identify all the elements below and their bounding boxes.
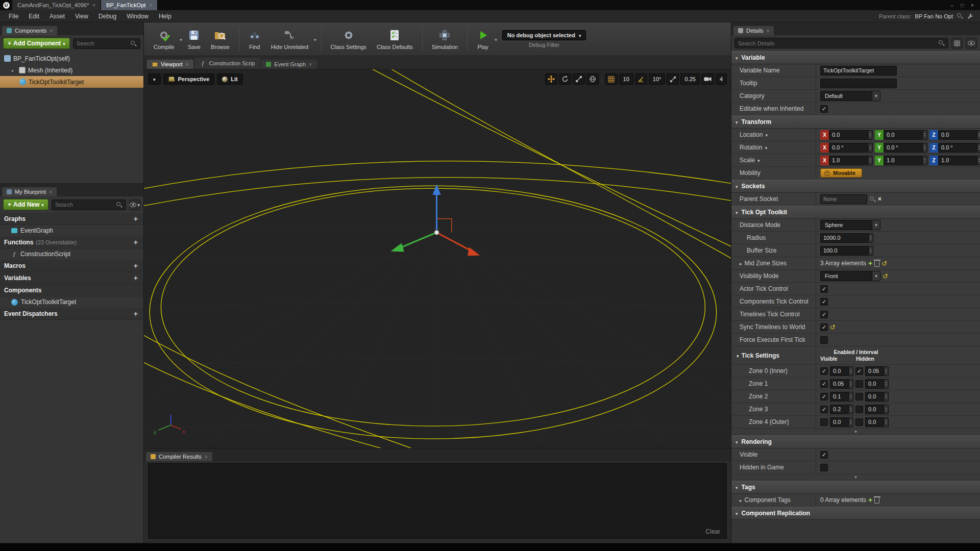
scale-z-field[interactable]: 1.0 xyxy=(938,156,977,165)
section-tags[interactable]: Tags xyxy=(731,481,980,494)
zone-3-hidden-interval[interactable]: 0.0 xyxy=(865,405,884,414)
close-icon[interactable] xyxy=(309,62,312,67)
spinner[interactable] xyxy=(977,143,980,153)
menu-window[interactable]: Window xyxy=(122,11,153,21)
tree-row-mesh[interactable]: Mesh (Inherited) xyxy=(0,64,143,76)
zone-3-visible-checkbox[interactable] xyxy=(820,406,828,413)
expander-icon[interactable] xyxy=(740,496,742,504)
tree-row-self[interactable]: BP_FanTickOpt(self) xyxy=(0,53,143,64)
rotate-tool-button[interactable] xyxy=(559,73,571,85)
camera-speed-value[interactable]: 4 xyxy=(716,73,727,85)
functions-header[interactable]: Functions (23 Overridable) xyxy=(0,236,143,248)
eventgraph-item[interactable]: EventGraph xyxy=(0,225,143,236)
components-section-header[interactable]: Components xyxy=(0,284,143,296)
tab-viewport[interactable]: Viewport xyxy=(147,60,193,69)
close-icon[interactable] xyxy=(186,62,189,67)
add-component-button[interactable]: Add Component xyxy=(3,38,70,49)
class-settings-button[interactable]: Class Settings xyxy=(326,26,371,52)
zone-4-visible-checkbox[interactable] xyxy=(820,418,828,426)
class-defaults-button[interactable]: Class Defaults xyxy=(372,26,418,52)
debug-object-dropdown[interactable]: No debug object selected xyxy=(502,30,586,40)
browse-button[interactable]: Browse xyxy=(206,26,234,52)
advanced-expander[interactable] xyxy=(731,429,980,435)
spinner[interactable] xyxy=(977,130,980,140)
tab-my-blueprint[interactable]: My Blueprint xyxy=(2,187,57,196)
rotation-y-field[interactable]: 0.0 ° xyxy=(884,143,922,153)
zone-2-visible-interval[interactable]: 0.1 xyxy=(830,392,848,402)
grid-snap-value[interactable]: 10 xyxy=(619,73,633,85)
add-macro-button[interactable] xyxy=(131,262,140,270)
world-space-button[interactable] xyxy=(586,73,599,85)
close-icon[interactable] xyxy=(49,189,52,195)
add-element-icon[interactable] xyxy=(868,260,872,267)
section-tick-opt-toolkit[interactable]: Tick Opt Toolkit xyxy=(731,206,980,219)
viewport-canvas[interactable]: x y xyxy=(144,69,731,448)
buffer-size-field[interactable]: 100.0 xyxy=(820,246,868,256)
compile-button[interactable]: Compile xyxy=(149,26,179,52)
hide-unrelated-dropdown[interactable] xyxy=(314,36,316,43)
menu-edit[interactable]: Edit xyxy=(24,11,44,21)
add-function-button[interactable] xyxy=(131,238,140,246)
search-icon[interactable] xyxy=(957,13,963,19)
spinner[interactable] xyxy=(922,156,927,165)
display-filter-button[interactable] xyxy=(966,38,977,48)
zone-0-hidden-interval[interactable]: 0.05 xyxy=(865,366,884,376)
radius-field[interactable]: 1000.0 xyxy=(820,233,868,243)
reset-icon[interactable] xyxy=(830,324,836,331)
property-matrix-button[interactable] xyxy=(951,38,963,48)
mobility-movable-button[interactable]: Movable xyxy=(820,168,862,178)
save-button[interactable]: Save xyxy=(183,26,205,52)
force-execute-first-tick-checkbox[interactable] xyxy=(820,336,828,344)
spinner[interactable] xyxy=(977,156,980,165)
rotation-snap-button[interactable] xyxy=(635,73,647,85)
components-search[interactable] xyxy=(73,38,140,49)
advanced-expander[interactable] xyxy=(731,474,980,481)
rotation-x-field[interactable]: 0.0 ° xyxy=(829,143,868,153)
section-transform[interactable]: Transform xyxy=(731,115,980,129)
tab-components[interactable]: Components xyxy=(2,26,57,35)
clear-socket-icon[interactable] xyxy=(878,195,881,203)
viewport-options-button[interactable] xyxy=(148,73,161,85)
compile-options-dropdown[interactable] xyxy=(180,36,182,43)
rotation-snap-value[interactable]: 10° xyxy=(649,73,666,85)
scale-snap-button[interactable] xyxy=(667,73,679,85)
location-y-field[interactable]: 0.0 xyxy=(884,130,922,140)
my-blueprint-search[interactable] xyxy=(52,199,126,210)
graphs-header[interactable]: Graphs xyxy=(0,213,143,225)
add-element-icon[interactable] xyxy=(868,496,872,504)
zone-0-hidden-checkbox[interactable] xyxy=(855,367,863,375)
actor-tick-control-checkbox[interactable] xyxy=(820,285,828,293)
zone-3-hidden-checkbox[interactable] xyxy=(855,406,863,413)
spinner[interactable] xyxy=(848,405,853,414)
reset-icon[interactable] xyxy=(883,273,888,280)
location-z-field[interactable]: 0.0 xyxy=(938,130,977,140)
play-button[interactable]: Play xyxy=(472,26,494,52)
variables-header[interactable]: Variables xyxy=(0,272,143,284)
my-blueprint-search-input[interactable] xyxy=(55,202,116,208)
zone-0-visible-checkbox[interactable] xyxy=(820,367,828,375)
parent-class-value[interactable]: BP Fan No Opt xyxy=(915,13,953,19)
zone-4-hidden-checkbox[interactable] xyxy=(855,418,863,426)
doc-tab-level[interactable]: CamAndFan_TickOpt_4096* xyxy=(12,0,101,10)
minimize-button[interactable] xyxy=(947,3,957,8)
zone-2-hidden-checkbox[interactable] xyxy=(855,393,863,400)
details-scroll-area[interactable]: Variable Variable Name Tooltip Category xyxy=(731,51,980,543)
menu-asset[interactable]: Asset xyxy=(45,11,69,21)
editable-when-inherited-checkbox[interactable] xyxy=(820,105,828,113)
grid-snap-button[interactable] xyxy=(605,73,618,85)
scale-tool-button[interactable] xyxy=(573,73,585,85)
spinner[interactable] xyxy=(868,246,873,256)
tab-event-graph[interactable]: Event Graph xyxy=(261,60,317,69)
zone-1-visible-checkbox[interactable] xyxy=(820,380,828,388)
trash-icon[interactable] xyxy=(874,261,879,267)
zone-0-visible-interval[interactable]: 0.0 xyxy=(830,366,848,376)
spinner[interactable] xyxy=(868,156,873,165)
spinner[interactable] xyxy=(848,417,853,427)
spinner[interactable] xyxy=(884,379,889,389)
tickopt-component-item[interactable]: TickOptToolkitTarget xyxy=(0,296,143,308)
menu-view[interactable]: View xyxy=(70,11,93,21)
perspective-button[interactable]: Perspective xyxy=(163,73,215,85)
tree-row-tickopt-target[interactable]: TickOptToolkitTarget xyxy=(0,76,143,88)
hide-unrelated-button[interactable]: Hide Unrelated xyxy=(266,26,313,52)
tab-construction-script[interactable]: Construction Scrip xyxy=(194,58,260,69)
